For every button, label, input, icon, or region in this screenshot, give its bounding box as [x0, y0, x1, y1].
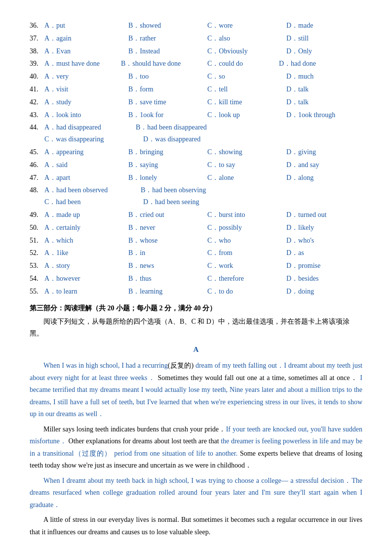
option-d: D．made: [286, 20, 355, 32]
question-number: 51.: [30, 235, 44, 247]
option-d: D．and say: [286, 159, 355, 171]
option-c: C．from: [207, 247, 286, 259]
option-d: D．talk: [286, 84, 355, 95]
option-b: B．showed: [128, 20, 207, 32]
option-b: B．had been observing: [141, 184, 220, 196]
passage-paragraph-4: A little of stress in our everyday lives…: [30, 514, 362, 538]
table-row: 44. A．had disappeared B．had been disappe…: [30, 122, 362, 145]
option-c: C．work: [207, 260, 286, 272]
passage-paragraph-3: When I dreamt about my teeth back in hig…: [30, 475, 362, 512]
option-a: A．said: [44, 159, 128, 171]
question-number: 52.: [30, 247, 44, 259]
table-row: 41. A．visit B．form C．tell D．talk: [30, 84, 362, 95]
option-b: B．news: [128, 260, 207, 272]
option-c: C．could do: [207, 58, 279, 70]
option-c: C．wore: [207, 20, 286, 32]
option-c: C．therefore: [207, 273, 286, 285]
question-number: 50.: [30, 222, 44, 234]
table-row: 38. A．Evan B．Instead C．Obviously D．Only: [30, 45, 362, 57]
option-a: A．certainly: [44, 222, 128, 234]
option-c: C．alone: [207, 172, 286, 184]
table-row: 39. A．must have done B．should have done …: [30, 58, 362, 70]
option-a: A．must have done: [44, 58, 121, 70]
passage-title: A: [30, 343, 362, 356]
option-b: B．rather: [128, 33, 207, 44]
table-row: 54. A．however B．thus C．therefore D．besid…: [30, 273, 362, 285]
question-number: 48.: [30, 184, 44, 196]
option-b: B．had been disappeared: [136, 122, 239, 133]
table-row: 55. A．to learn B．learning C．to do D．doin…: [30, 286, 362, 298]
section-title: 第三部分：阅读理解（共 20 小题；每小题 2 分，满分 40 分）: [30, 302, 362, 314]
option-c: C．burst into: [207, 209, 286, 221]
option-d: D．talk: [286, 96, 355, 108]
section3-header: 第三部分：阅读理解（共 20 小题；每小题 2 分，满分 40 分） 阅读下列短…: [30, 302, 362, 340]
option-b: B．saying: [128, 159, 207, 171]
passage-a: A When I was in high school, I had a rec…: [30, 343, 362, 539]
option-a: A．look into: [44, 109, 128, 121]
table-row: 50. A．certainly B．never C．possibly D．lik…: [30, 222, 362, 234]
option-b: B．thus: [128, 273, 207, 285]
option-b: B．save time: [128, 96, 207, 108]
option-d: D．much: [286, 71, 355, 83]
option-d: D．as: [286, 247, 355, 259]
question-number: 43.: [30, 109, 44, 121]
question-number: 53.: [30, 260, 44, 272]
option-a: A．study: [44, 96, 128, 108]
section-instruction: 阅读下列短文，从每题所给的四个选项（A、B、C 和 D）中，选出最佳选项，并在答…: [30, 316, 362, 340]
option-c: C．was disappearing: [44, 133, 143, 145]
table-row: 48. A．had been observed B．had been obser…: [30, 184, 362, 208]
option-a: A．story: [44, 260, 128, 272]
questions-section: 36. A．put B．showed C．wore D．made 37. A．a…: [30, 20, 362, 298]
table-row: 45. A．appearing B．bringing C．showing D．g…: [30, 146, 362, 158]
table-row: 49. A．made up B．cried out C．burst into D…: [30, 209, 362, 221]
question-number: 40.: [30, 71, 44, 83]
option-a: A．Evan: [44, 45, 128, 57]
option-b: B．whose: [128, 235, 207, 247]
option-a: A．to learn: [44, 286, 128, 298]
option-a: A．which: [44, 235, 128, 247]
option-a: A．1ike: [44, 247, 128, 259]
option-b: B．Instead: [128, 45, 207, 57]
option-d: D．likely: [286, 222, 355, 234]
option-b: B．cried out: [128, 209, 207, 221]
table-row: 47. A．apart B．lonely C．alone D．along: [30, 172, 362, 184]
option-d: D．who's: [286, 235, 355, 247]
option-a: A．visit: [44, 84, 128, 95]
option-a: A．put: [44, 20, 128, 32]
question-number: 47.: [30, 172, 44, 184]
option-d: D．promise: [286, 260, 355, 272]
option-c: C．tell: [207, 84, 286, 95]
option-d: D．besides: [286, 273, 355, 285]
option-a: A．however: [44, 273, 128, 285]
option-d: D．still: [286, 33, 355, 44]
option-b: B．too: [128, 71, 207, 83]
table-row: 42. A．study B．save time C．kill time D．ta…: [30, 96, 362, 108]
table-row: 46. A．said B．saying C．to say D．and say: [30, 159, 362, 171]
option-a: A．made up: [44, 209, 128, 221]
option-a: A．again: [44, 33, 128, 44]
option-d: D．had done: [279, 58, 358, 70]
option-b: B．form: [128, 84, 207, 95]
question-number: 36.: [30, 20, 44, 32]
option-c: C．possibly: [207, 222, 286, 234]
option-b: B．should have done: [121, 58, 207, 70]
question-number: 41.: [30, 84, 44, 95]
option-a: A．very: [44, 71, 128, 83]
option-d: D．1ook through: [286, 109, 355, 121]
option-d: D．turned out: [286, 209, 355, 221]
passage-paragraph-2: Miller says losing teeth indicates burde…: [30, 424, 362, 472]
option-c: C．so: [207, 71, 286, 83]
table-row: 43. A．look into B．1ook for C．look up D．1…: [30, 109, 362, 121]
table-row: 37. A．again B．rather C．also D．still: [30, 33, 362, 44]
question-number: 42.: [30, 96, 44, 108]
question-number: 45.: [30, 146, 44, 158]
table-row: 53. A．story B．news C．work D．promise: [30, 260, 362, 272]
question-number: 38.: [30, 45, 44, 57]
option-a: A．apart: [44, 172, 128, 184]
question-number: 55.: [30, 286, 44, 298]
table-row: 36. A．put B．showed C．wore D．made: [30, 20, 362, 32]
option-c: C．look up: [207, 109, 286, 121]
question-number: 44.: [30, 122, 44, 133]
option-a: A．had been observed: [44, 184, 141, 196]
question-number: 37.: [30, 33, 44, 44]
